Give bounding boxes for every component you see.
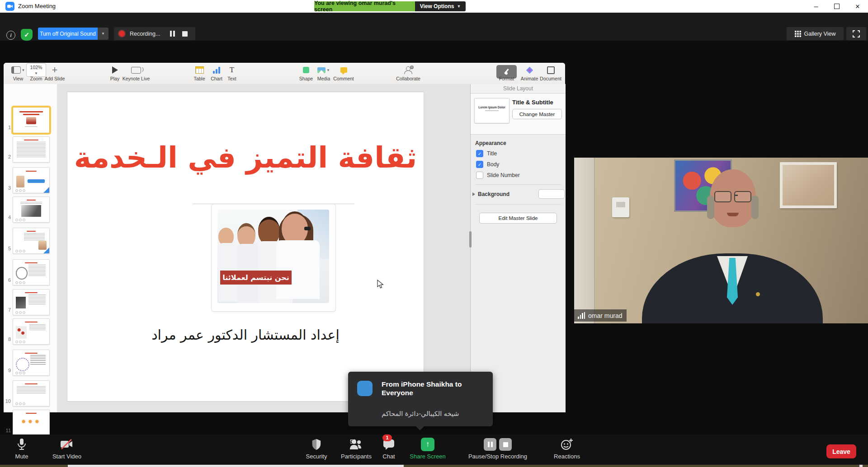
participant-name: omar murad [588, 312, 622, 319]
original-sound-dropdown[interactable]: ▼ [98, 28, 108, 40]
close-button[interactable]: ✕ [847, 0, 868, 13]
background-color-well[interactable] [538, 189, 565, 199]
slide-thumbnail-4[interactable] [13, 196, 50, 223]
table-icon [195, 66, 204, 74]
desktop-edge-sliver [0, 465, 868, 467]
pause-recording-button[interactable] [170, 31, 175, 37]
collaborate-icon: + [404, 66, 412, 74]
recording-indicator: Recording... [114, 27, 195, 40]
reactions-button[interactable]: Reactions [551, 437, 583, 460]
slide-thumbnail-7[interactable] [13, 289, 50, 315]
slide-thumbnail-10[interactable] [13, 380, 50, 406]
share-screen-button[interactable]: ↑ Share Screen [406, 437, 449, 460]
checkbox-checked-icon[interactable]: ✓ [476, 150, 483, 157]
view-options-button[interactable]: View Options ▼ [415, 1, 466, 11]
master-thumbnail[interactable]: Lorem Ipsum Dolor [474, 98, 509, 123]
view-icon [11, 66, 21, 74]
participants-button[interactable]: 51 Participants [335, 437, 378, 460]
slide-thumbnail-1[interactable] [13, 107, 50, 133]
keynote-document-button[interactable]: Document [538, 64, 563, 83]
keynote-add-slide-button[interactable]: + Add Slide [43, 64, 66, 83]
viewing-screen-banner: You are viewing omar murad's screen [314, 1, 415, 11]
grid-icon [795, 31, 801, 37]
wall-painting-beige [780, 162, 837, 208]
audio-level-icon [578, 312, 585, 319]
chart-icon [213, 67, 220, 74]
keynote-animate-button[interactable]: Animate [519, 64, 540, 83]
checkbox-checked-icon[interactable]: ✓ [476, 161, 483, 168]
keynote-live-button[interactable]: Keynote Live [120, 64, 152, 83]
slide-thumbnail-11[interactable]: ✸✸✸ [13, 410, 50, 436]
chat-avatar [357, 381, 373, 396]
pause-stop-recording-button[interactable]: Pause/Stop Recording [464, 437, 532, 460]
slide-thumbnail-3[interactable] [13, 167, 50, 193]
maximize-icon [834, 4, 840, 9]
meeting-info-icon[interactable]: i [6, 31, 15, 40]
mouse-cursor [377, 280, 384, 289]
background-door [574, 158, 595, 323]
slide-image-frame[interactable]: نحن نبتسم لعملائنا [211, 204, 336, 312]
slide-thumbnail-6[interactable] [13, 259, 50, 285]
minimize-button[interactable]: ─ [806, 0, 826, 13]
keynote-shape-button[interactable]: Shape [297, 64, 316, 83]
keynote-table-button[interactable]: Table [190, 64, 209, 83]
stop-recording-icon[interactable] [499, 438, 512, 451]
gallery-view-button[interactable]: Gallery View [787, 27, 844, 40]
slide-title: ثقافة التميز في الـخدمة [67, 141, 424, 174]
comment-icon [340, 67, 347, 73]
meeting-toolbar: i ✓ Turn off Original Sound ▼ Recording.… [0, 13, 868, 41]
checkbox-row-body[interactable]: ✓ Body [476, 161, 566, 168]
mute-button[interactable]: Mute [8, 437, 35, 460]
zoom-value: 102% [30, 65, 42, 70]
shape-icon [303, 67, 309, 73]
start-video-button[interactable]: Start Video [49, 437, 85, 460]
current-slide[interactable]: ثقافة التميز في الـخدمة [67, 92, 424, 402]
keynote-text-button[interactable]: T Text [223, 64, 241, 83]
fullscreen-icon [853, 30, 860, 37]
master-slide-card: Lorem Ipsum Dolor Title & Subtitle Chang… [471, 93, 566, 135]
change-master-button[interactable]: Change Master [512, 109, 562, 119]
recording-dot-icon [119, 31, 125, 37]
pause-recording-icon[interactable] [484, 438, 496, 451]
chat-notification-popup[interactable]: From iPhone Shaikha to Everyone شيخه الك… [348, 372, 493, 426]
leave-button[interactable]: Leave [826, 444, 856, 458]
checkbox-unchecked-icon[interactable] [476, 172, 483, 179]
slide-canvas: ثقافة التميز في الـخدمة [57, 84, 470, 412]
edit-master-slide-button[interactable]: Edit Master Slide [479, 213, 557, 224]
participants-count: 51 [350, 438, 356, 445]
photo-caption-banner: نحن نبتسم لعملائنا [220, 271, 292, 285]
chat-notification-title: From iPhone Shaikha to Everyone [382, 380, 479, 397]
encryption-shield-icon[interactable]: ✓ [21, 29, 33, 41]
layout-name: Title & Subtitle [512, 99, 553, 106]
slide-thumbnail-9[interactable] [13, 350, 50, 376]
chat-unread-badge: 1 [382, 434, 392, 441]
checkbox-row-title[interactable]: ✓ Title [476, 150, 566, 157]
participant-video-tile[interactable]: omar murad [574, 158, 868, 323]
keynote-view-button[interactable]: ▼ View [8, 64, 28, 83]
panel-splitter-handle[interactable] [469, 231, 472, 248]
background-row[interactable]: Background [472, 189, 565, 199]
chat-button[interactable]: 1 Chat [375, 437, 402, 460]
chevron-down-icon: ▼ [457, 4, 461, 9]
disclosure-triangle-icon[interactable] [472, 192, 475, 196]
slide-photo: نحن نبتسم لعملائنا [217, 210, 329, 303]
keynote-comment-button[interactable]: Comment [332, 64, 355, 83]
camera-off-icon [59, 439, 75, 450]
checkbox-row-slide-number[interactable]: Slide Number [476, 172, 566, 179]
media-icon [317, 67, 326, 73]
slide-thumbnail-8[interactable] [13, 318, 50, 345]
keynote-collaborate-button[interactable]: + Collaborate [393, 64, 423, 83]
slide-thumbnail-panel: 1 2 3 4 5 [4, 84, 57, 412]
original-sound-button[interactable]: Turn off Original Sound [38, 28, 98, 40]
security-button[interactable]: Security [302, 437, 331, 460]
wall-thermostat [612, 197, 629, 217]
text-icon: T [230, 65, 234, 75]
stop-recording-button[interactable] [182, 31, 188, 37]
fullscreen-button[interactable] [846, 27, 866, 40]
maximize-button[interactable] [826, 0, 847, 13]
slide-thumbnail-2[interactable] [13, 136, 50, 163]
keynote-media-button[interactable]: ▼ Media [314, 64, 334, 83]
slide-thumbnail-5[interactable] [13, 228, 50, 254]
recording-label: Recording... [130, 31, 160, 37]
document-icon [547, 66, 555, 74]
